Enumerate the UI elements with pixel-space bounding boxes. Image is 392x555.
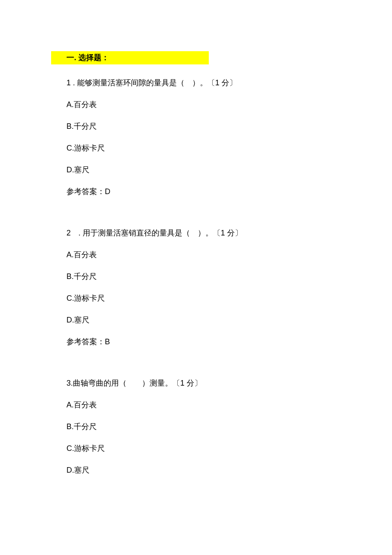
option-a: A.百分表 — [51, 99, 341, 110]
option-a: A.百分表 — [51, 399, 341, 411]
option-b: B.千分尺 — [51, 121, 341, 132]
option-b: B.千分尺 — [51, 421, 341, 433]
question-block-1: 1 . 能够测量活塞环间隙的量具是（ ）。〔1 分〕 A.百分表 B.千分尺 C… — [51, 77, 341, 198]
section-header: 一. 选择题： — [51, 51, 209, 64]
option-c: C.游标卡尺 — [51, 142, 341, 154]
option-a: A.百分表 — [51, 249, 341, 261]
answer-text: 参考答案：D — [51, 186, 341, 198]
question-block-3: 3.曲轴弯曲的用（ ）测量。〔1 分〕 A.百分表 B.千分尺 C.游标卡尺 D… — [51, 378, 341, 476]
question-text: 2 . 用于测量活塞销直径的量具是（ ）。〔1 分〕 — [51, 227, 341, 239]
option-c: C.游标卡尺 — [51, 443, 341, 454]
option-d: D.塞尺 — [51, 314, 341, 326]
question-text: 3.曲轴弯曲的用（ ）测量。〔1 分〕 — [51, 378, 341, 389]
option-d: D.塞尺 — [51, 164, 341, 176]
option-d: D.塞尺 — [51, 465, 341, 476]
question-text: 1 . 能够测量活塞环间隙的量具是（ ）。〔1 分〕 — [51, 77, 341, 89]
option-c: C.游标卡尺 — [51, 293, 341, 304]
option-b: B.千分尺 — [51, 271, 341, 282]
question-block-2: 2 . 用于测量活塞销直径的量具是（ ）。〔1 分〕 A.百分表 B.千分尺 C… — [51, 227, 341, 348]
answer-text: 参考答案：B — [51, 336, 341, 348]
